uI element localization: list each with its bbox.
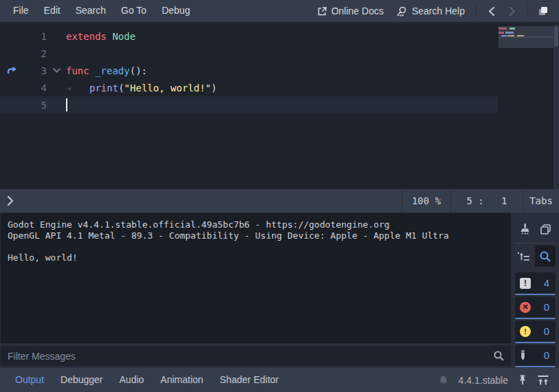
keyword-func: func bbox=[66, 65, 95, 76]
line-number: 4 bbox=[25, 83, 47, 94]
tab-debugger[interactable]: Debugger bbox=[52, 368, 111, 392]
code-line-3[interactable]: 3 func _ready(): bbox=[0, 62, 559, 79]
code-line-1[interactable]: 1 extends Node bbox=[0, 28, 559, 45]
external-link-icon bbox=[317, 6, 327, 17]
tab-output[interactable]: Output bbox=[7, 368, 52, 392]
menubar-separator bbox=[527, 4, 528, 18]
warnings-count: 0 bbox=[544, 325, 549, 337]
code-line-5-current[interactable]: 5 bbox=[0, 96, 559, 113]
log-line: Godot Engine v4.4.1.stable.official.49a5… bbox=[8, 219, 504, 230]
show-search-toggle[interactable] bbox=[535, 246, 556, 267]
output-panel: Godot Engine v4.4.1.stable.official.49a5… bbox=[0, 213, 559, 368]
bottom-panel-bar: Output Debugger Audio Animation Shader E… bbox=[0, 368, 559, 392]
all-messages-count: 4 bbox=[544, 277, 549, 289]
online-docs-button[interactable]: Online Docs bbox=[311, 0, 390, 23]
online-docs-label: Online Docs bbox=[331, 6, 384, 17]
code-lines: 1 extends Node 2 3 func _ready(): bbox=[0, 28, 559, 113]
history-back-button[interactable] bbox=[481, 1, 502, 21]
errors-count: 0 bbox=[544, 301, 549, 313]
type-node: Node bbox=[112, 31, 135, 42]
menu-debug[interactable]: Debug bbox=[154, 0, 197, 23]
menu-search[interactable]: Search bbox=[68, 0, 113, 23]
search-help-label: Search Help bbox=[412, 6, 465, 17]
menu-bar: File Edit Search Go To Debug Online Docs… bbox=[0, 0, 559, 23]
broom-icon bbox=[519, 223, 531, 235]
warning-circle-icon: ! bbox=[520, 326, 531, 337]
search-doc-icon bbox=[396, 6, 408, 17]
collapse-tree-icon bbox=[517, 251, 531, 262]
scrollbar-grabber[interactable] bbox=[554, 26, 558, 47]
code-editor[interactable]: 1 extends Node 2 3 func _ready(): bbox=[0, 25, 559, 189]
godot-script-editor-window: File Edit Search Go To Debug Online Docs… bbox=[0, 0, 559, 392]
copy-icon bbox=[540, 224, 551, 235]
filter-messages-input[interactable] bbox=[0, 345, 512, 367]
scripts-panel-toggle[interactable] bbox=[7, 195, 14, 206]
message-square-icon: ! bbox=[520, 278, 531, 289]
current-line-highlight bbox=[0, 96, 497, 113]
zoom-level-button[interactable]: 100 % bbox=[402, 195, 450, 206]
menu-goto[interactable]: Go To bbox=[113, 0, 154, 23]
menu-file[interactable]: File bbox=[6, 0, 36, 23]
tools-separator bbox=[514, 243, 555, 243]
line-number: 3 bbox=[25, 65, 47, 76]
builtin-print: print bbox=[89, 83, 118, 94]
search-icon bbox=[493, 350, 505, 362]
editor-scrollbar[interactable] bbox=[553, 25, 559, 189]
pencil-icon bbox=[520, 349, 526, 361]
code-line-4[interactable]: 4 ⇥print("Hello, world!") bbox=[0, 79, 559, 96]
float-window-icon bbox=[537, 5, 549, 17]
editor-status-bar: 100 % 5 : 1 Tabs bbox=[0, 189, 559, 213]
copy-output-button[interactable] bbox=[537, 221, 553, 237]
filter-row bbox=[0, 345, 512, 367]
keyword-extends: extends bbox=[66, 31, 112, 42]
output-tools-column: ! 4 ✕ 0 ! 0 0 bbox=[512, 213, 559, 368]
string-literal: "Hello, world!" bbox=[124, 83, 211, 94]
indent-mode-button[interactable]: Tabs bbox=[523, 195, 559, 206]
tab-animation[interactable]: Animation bbox=[152, 368, 211, 392]
log-line bbox=[8, 241, 504, 252]
collapse-duplicates-toggle[interactable] bbox=[514, 247, 534, 266]
search-help-button[interactable]: Search Help bbox=[390, 0, 471, 23]
tab-audio[interactable]: Audio bbox=[111, 368, 153, 392]
line-number: 2 bbox=[25, 48, 47, 59]
log-line: Hello, world! bbox=[8, 252, 504, 263]
pin-icon[interactable] bbox=[518, 374, 527, 386]
expand-panel-up-icon[interactable] bbox=[537, 375, 549, 386]
history-forward-button[interactable] bbox=[502, 1, 523, 21]
error-circle-icon: ✕ bbox=[520, 302, 531, 313]
tab-marker-icon: ⇥ bbox=[66, 83, 89, 94]
code-line-2[interactable]: 2 bbox=[0, 45, 559, 62]
text-caret bbox=[66, 98, 67, 111]
line-number: 1 bbox=[25, 31, 47, 42]
editor-messages-count: 0 bbox=[544, 349, 549, 361]
all-messages-filter-button[interactable]: ! 4 bbox=[515, 272, 556, 295]
bell-icon[interactable] bbox=[438, 375, 449, 386]
function-ready: _ready bbox=[95, 65, 130, 76]
log-line: OpenGL API 4.1 Metal - 89.3 - Compatibil… bbox=[8, 230, 504, 241]
override-arrow-icon bbox=[0, 66, 25, 75]
version-label[interactable]: 4.4.1.stable bbox=[459, 375, 508, 386]
line-number: 5 bbox=[25, 100, 47, 111]
output-log: Godot Engine v4.4.1.stable.official.49a5… bbox=[0, 213, 512, 344]
editor-messages-filter-button[interactable]: 0 bbox=[515, 345, 556, 367]
menubar-separator bbox=[476, 4, 476, 18]
minimap-current-line bbox=[498, 36, 553, 38]
caret-position-label: 5 : 1 bbox=[451, 195, 523, 206]
errors-filter-button[interactable]: ✕ 0 bbox=[515, 296, 556, 319]
menu-bar-right: Online Docs Search Help bbox=[311, 0, 553, 23]
clear-output-button[interactable] bbox=[516, 221, 533, 237]
tab-shader-editor[interactable]: Shader Editor bbox=[212, 368, 287, 392]
make-floating-button[interactable] bbox=[533, 1, 553, 21]
warnings-filter-button[interactable]: ! 0 bbox=[515, 320, 556, 343]
minimap[interactable] bbox=[498, 26, 553, 48]
fold-chevron-down-icon[interactable] bbox=[47, 68, 66, 73]
menu-edit[interactable]: Edit bbox=[36, 0, 68, 23]
bottom-bar-right: 4.4.1.stable bbox=[438, 374, 552, 386]
status-bar-right: 100 % 5 : 1 Tabs bbox=[402, 189, 559, 213]
search-icon bbox=[539, 250, 551, 263]
